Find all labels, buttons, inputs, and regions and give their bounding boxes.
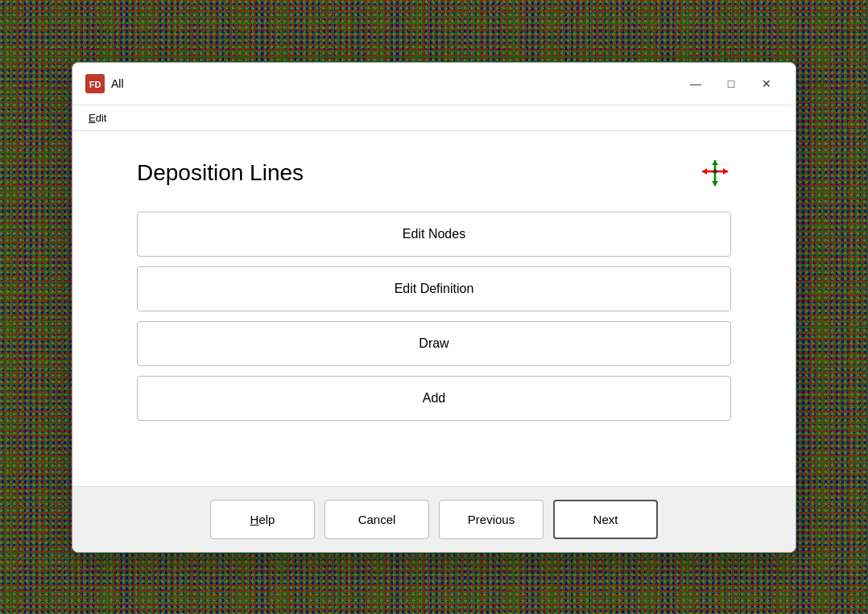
add-button[interactable]: Add — [137, 376, 731, 421]
previous-label: Previous — [468, 513, 515, 526]
edit-menu-underline: E — [89, 112, 96, 124]
svg-point-8 — [713, 169, 717, 173]
move-arrows-icon — [699, 157, 731, 189]
cancel-label: Cancel — [358, 513, 396, 526]
next-button[interactable]: Next — [553, 500, 658, 539]
draw-label: Draw — [419, 336, 448, 350]
menu-bar: Edit — [72, 105, 796, 131]
svg-marker-6 — [712, 160, 718, 165]
edit-nodes-label: Edit Nodes — [403, 227, 465, 241]
previous-button[interactable]: Previous — [439, 500, 544, 539]
dialog-footer: Help Cancel Previous Next — [72, 486, 796, 552]
cancel-button[interactable]: Cancel — [324, 500, 429, 539]
svg-marker-4 — [723, 168, 728, 175]
svg-marker-7 — [712, 181, 718, 186]
dialog-title: All — [111, 77, 680, 90]
dialog-content: Deposition Lines Edit Nodes — [72, 131, 796, 486]
next-label: Next — [593, 513, 618, 526]
svg-marker-3 — [702, 168, 707, 175]
edit-menu-rest: dit — [96, 112, 107, 124]
edit-menu[interactable]: Edit — [82, 109, 113, 127]
draw-button[interactable]: Draw — [137, 321, 731, 366]
dialog-overlay: FD All — □ ✕ Edit Deposition Lines — [0, 0, 868, 614]
edit-definition-label: Edit Definition — [395, 282, 474, 295]
title-bar: FD All — □ ✕ — [72, 63, 796, 105]
help-underline: H — [250, 513, 259, 526]
dialog-window: FD All — □ ✕ Edit Deposition Lines — [72, 62, 796, 553]
edit-definition-button[interactable]: Edit Definition — [137, 266, 731, 311]
window-controls: — □ ✕ — [680, 71, 783, 97]
maximize-button[interactable]: □ — [715, 71, 747, 97]
svg-text:FD: FD — [89, 80, 101, 89]
fd-icon: FD — [85, 74, 105, 93]
header-row: Deposition Lines — [137, 157, 731, 189]
close-button[interactable]: ✕ — [750, 71, 783, 97]
help-button[interactable]: Help — [210, 500, 315, 539]
edit-nodes-button[interactable]: Edit Nodes — [137, 212, 731, 257]
section-title: Deposition Lines — [137, 160, 699, 186]
help-rest: elp — [258, 513, 275, 526]
add-label: Add — [423, 391, 445, 405]
minimize-button[interactable]: — — [680, 71, 712, 97]
